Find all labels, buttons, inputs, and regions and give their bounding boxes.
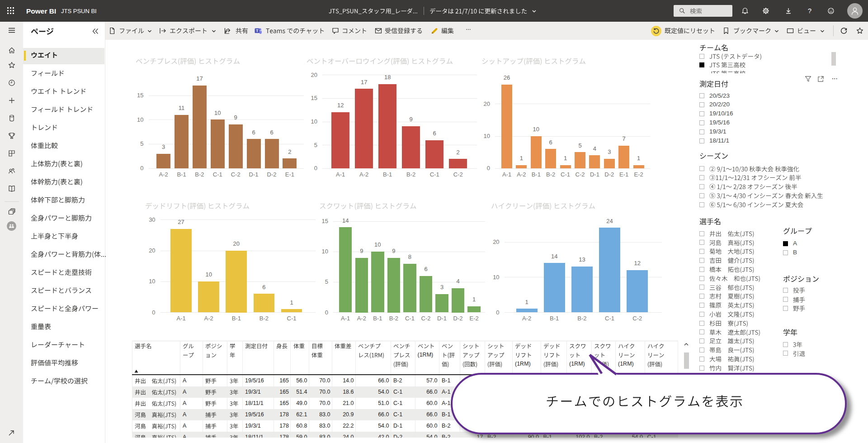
svg-text:T: T: [256, 29, 259, 33]
